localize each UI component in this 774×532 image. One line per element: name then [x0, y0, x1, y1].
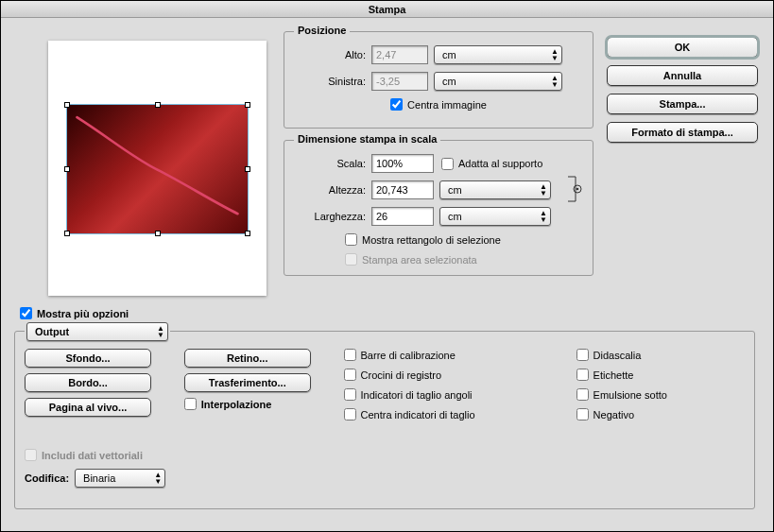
resize-handle[interactable] — [245, 166, 250, 172]
height-input[interactable] — [371, 180, 434, 199]
transfer-button[interactable]: Trasferimento... — [184, 373, 311, 392]
center-image-checkbox[interactable]: Centra immagine — [390, 98, 487, 111]
updown-icon: ▲▼ — [154, 472, 161, 485]
fit-media-checkbox[interactable]: Adatta al supporto — [441, 158, 542, 170]
height-unit-select[interactable]: cm ▲▼ — [439, 180, 551, 199]
position-title: Posizione — [294, 25, 350, 36]
interpolation-label: Interpolazione — [201, 399, 272, 410]
preview-artwork — [73, 111, 242, 220]
left-unit-select[interactable]: cm ▲▼ — [434, 72, 562, 91]
height-label: Altezza: — [294, 184, 371, 196]
corner-crop-checkbox[interactable]: Indicatori di taglio angoli — [344, 388, 473, 401]
print-selected-checkbox: Stampa area selezionata — [345, 253, 477, 266]
output-group: Output ▲▼ Sfondo... Bordo... Pagina al v… — [14, 331, 755, 509]
resize-handle[interactable] — [245, 231, 250, 236]
resize-handle[interactable] — [64, 166, 70, 172]
show-bbox-checkbox[interactable]: Mostra rettangolo di selezione — [345, 233, 501, 246]
cal-bars-checkbox[interactable]: Barre di calibrazione — [344, 349, 456, 361]
updown-icon: ▲▼ — [157, 325, 163, 338]
position-group: Posizione Alto: cm ▲▼ Sinistra: — [284, 31, 593, 129]
background-button[interactable]: Sfondo... — [25, 349, 151, 368]
page-setup-button[interactable]: Formato di stampa... — [607, 122, 758, 143]
bleed-button[interactable]: Pagina al vivo... — [25, 398, 151, 417]
interpolation-input[interactable] — [184, 398, 197, 410]
width-label: Larghezza: — [294, 211, 371, 222]
reg-marks-checkbox[interactable]: Crocini di registro — [344, 369, 442, 381]
preview-image[interactable] — [67, 105, 248, 233]
include-vector-input — [25, 449, 37, 461]
updown-icon: ▲▼ — [551, 75, 558, 88]
updown-icon: ▲▼ — [540, 210, 546, 223]
negative-checkbox[interactable]: Negativo — [576, 408, 634, 420]
output-section-select[interactable]: Output ▲▼ — [26, 322, 168, 341]
ok-button[interactable]: OK — [607, 37, 758, 58]
include-vector-checkbox: Includi dati vettoriali — [25, 449, 143, 461]
include-vector-label: Includi dati vettoriali — [42, 450, 143, 461]
top-label: Alto: — [294, 49, 371, 60]
fit-media-label: Adatta al supporto — [458, 158, 542, 169]
output-section-value: Output — [35, 326, 69, 337]
fit-media-input[interactable] — [441, 158, 454, 170]
width-input[interactable] — [371, 207, 434, 226]
resize-handle[interactable] — [64, 102, 70, 108]
center-image-label: Centra immagine — [407, 99, 487, 111]
cancel-button[interactable]: Annulla — [607, 65, 758, 86]
resize-handle[interactable] — [155, 231, 161, 236]
show-bbox-input[interactable] — [345, 233, 357, 246]
updown-icon: ▲▼ — [551, 48, 558, 61]
unit-value: cm — [448, 184, 462, 196]
border-button[interactable]: Bordo... — [25, 373, 151, 392]
print-dialog: Stampa — [0, 0, 774, 532]
window-title: Stampa — [369, 4, 406, 15]
unit-value: cm — [442, 49, 456, 60]
encoding-value: Binaria — [83, 472, 115, 484]
constrain-proportions-icon[interactable] — [566, 154, 583, 224]
show-more-checkbox[interactable]: Mostra più opzioni — [20, 307, 129, 319]
center-crop-checkbox[interactable]: Centra indicatori di taglio — [344, 408, 475, 420]
print-preview — [48, 41, 267, 296]
unit-value: cm — [448, 211, 462, 222]
left-label: Sinistra: — [294, 76, 371, 87]
encoding-label: Codifica: — [25, 472, 75, 484]
print-selected-input — [345, 253, 357, 266]
left-input — [371, 72, 428, 91]
show-bbox-label: Mostra rettangolo di selezione — [362, 234, 501, 246]
top-input — [371, 45, 428, 64]
print-selected-label: Stampa area selezionata — [362, 254, 477, 266]
svg-point-1 — [576, 188, 579, 191]
show-more-label: Mostra più opzioni — [37, 308, 129, 319]
resize-handle[interactable] — [245, 102, 250, 108]
center-image-input[interactable] — [390, 98, 403, 111]
interpolation-checkbox[interactable]: Interpolazione — [184, 398, 272, 410]
scale-label: Scala: — [294, 158, 371, 169]
scaled-size-title: Dimensione stampa in scala — [294, 133, 440, 145]
dialog-content: Posizione Alto: cm ▲▼ Sinistra: — [1, 18, 773, 523]
resize-handle[interactable] — [155, 102, 161, 108]
show-more-input[interactable] — [20, 307, 32, 319]
updown-icon: ▲▼ — [540, 183, 546, 197]
top-unit-select[interactable]: cm ▲▼ — [434, 45, 562, 64]
emulsion-checkbox[interactable]: Emulsione sotto — [576, 388, 667, 401]
caption-checkbox[interactable]: Didascalia — [576, 349, 642, 361]
scale-input[interactable] — [371, 154, 434, 173]
resize-handle[interactable] — [64, 231, 70, 236]
unit-value: cm — [442, 76, 456, 87]
encoding-select[interactable]: Binaria ▲▼ — [75, 469, 165, 488]
width-unit-select[interactable]: cm ▲▼ — [439, 207, 551, 226]
scaled-size-group: Dimensione stampa in scala Scala: Adatta… — [284, 140, 593, 276]
titlebar: Stampa — [1, 1, 773, 18]
screen-button[interactable]: Retino... — [184, 349, 311, 368]
labels-checkbox[interactable]: Etichette — [576, 369, 634, 381]
print-button[interactable]: Stampa... — [607, 94, 758, 114]
